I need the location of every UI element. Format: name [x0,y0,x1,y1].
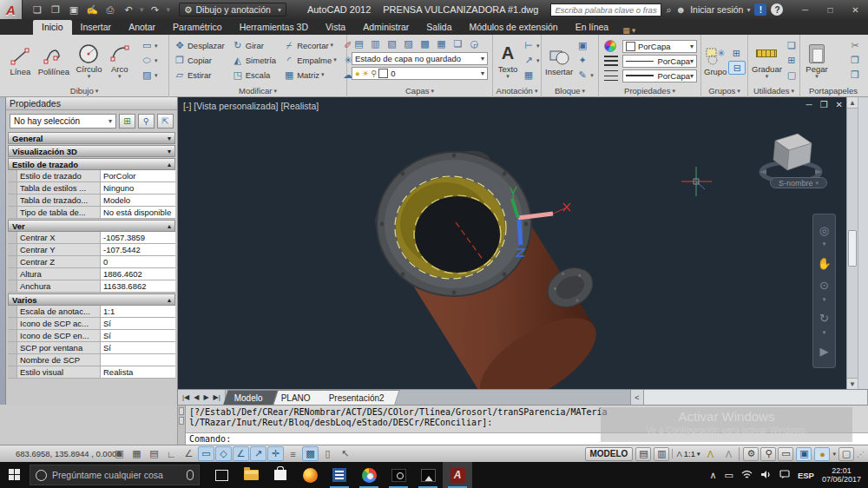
horizontal-scrollbar[interactable] [644,390,868,405]
doc-minimize-button[interactable]: ─ [806,100,812,109]
ribbon-tab-enlinea[interactable]: En línea [567,20,618,35]
property-row[interactable]: Altura1886.4602 [8,268,175,280]
infer-constraints-toggle[interactable]: ▣ [111,446,128,461]
cut-button[interactable]: ✂ [847,39,863,53]
object-snap-tracking-toggle[interactable]: ∠ [233,446,249,461]
array-button[interactable]: ▦Matriz▾ [281,68,339,82]
pan-hand-icon[interactable]: ✋ [817,257,831,270]
layout-tab-modelo[interactable]: Modelo [223,390,278,405]
section-header-varios[interactable]: Varios▴ [8,293,175,306]
clock[interactable]: 22:01 07/06/2017 [822,466,861,485]
arc-button[interactable]: Arco ▾ [108,43,131,79]
minimize-button[interactable]: ─ [792,1,818,18]
quick-select-palette-button[interactable]: ⚲ [138,114,155,129]
panel-title-anotacion[interactable]: Anotación [493,84,541,97]
property-row[interactable]: Escala de anotac...1:1 [8,306,175,318]
model-tab-icon[interactable]: ▤ [635,447,651,461]
multileader-button[interactable]: ↗▾ [521,54,542,68]
status-bulb-icon[interactable]: ● [814,447,830,461]
circle-button[interactable]: Círculo ▾ [76,43,102,79]
panel-title-modificar[interactable]: Modificar [169,84,346,97]
quick-calc-button[interactable]: ⊞ [784,54,799,68]
ribbon-tab-modulos[interactable]: Módulos de extensión [461,20,567,35]
language-indicator[interactable]: ESP [798,471,814,480]
speaker-icon[interactable] [760,470,772,481]
camera-button[interactable] [384,462,413,488]
property-row[interactable]: Icono de SCP ac...Sí [8,318,175,330]
clean-screen-button[interactable]: ▢ [838,447,854,461]
autocad-taskbar-button[interactable]: A [443,462,472,488]
maximize-button[interactable]: □ [818,1,843,18]
property-row[interactable]: Centrar Z0 [8,256,175,268]
doc-restore-button[interactable]: ❐ [820,100,828,109]
layer-unisolate-icon[interactable]: ▨ [401,37,416,50]
display-icon[interactable]: ▭ [725,470,733,481]
autocad-app-menu-button[interactable]: A [0,0,23,19]
undo-dropdown[interactable]: ▾ [140,5,144,14]
layout-tab-plano[interactable]: PLANO [270,390,326,405]
workspace-gear-icon[interactable]: ⚙ [743,447,759,461]
ribbon-tab-anotar[interactable]: Anotar [120,20,164,35]
select-objects-button[interactable]: ⇱ [157,114,174,129]
search-binoculars-icon[interactable]: ⌕ [666,4,671,16]
panel-title-propiedades[interactable]: Propiedades [599,84,700,97]
rotate-button[interactable]: ↻Girar [230,38,278,52]
section-header-estilo[interactable]: Estilo de trazado▴ [8,158,175,170]
layer-isolate-icon[interactable]: ▧ [385,37,399,50]
vertical-scroll-thumb[interactable] [848,230,857,267]
panel-title-utilidades[interactable]: Utilidades [748,84,799,97]
dimension-button[interactable]: ⊢▾ [521,39,542,53]
layer-combo[interactable]: ● ☀ ⚲ 0▾ [352,67,488,80]
layer-state-combo[interactable]: Estado de capa no guardado▾ [352,52,488,65]
table-button[interactable]: ▦ [521,69,542,82]
object-snap-toggle[interactable]: ▭ [198,446,214,461]
property-row[interactable]: Centrar X-1057.3859 [8,232,175,244]
task-view-button[interactable] [207,462,236,488]
orbit-icon[interactable]: ↻ [819,312,829,325]
new-file-button[interactable]: ❏ [30,3,45,16]
layer-states-icon[interactable]: ▥ [368,37,383,50]
plot-button[interactable]: ⎙ [102,3,118,16]
annotation-scale-button[interactable]: Λ1:1▾ [672,449,700,458]
ribbon-tab-vista[interactable]: Vista [317,20,354,35]
snap-mode-toggle[interactable]: ▦ [128,446,145,461]
viewport-vertical-scrollbar[interactable]: ▲ ▼ [846,97,858,389]
file-explorer-button[interactable] [236,462,266,488]
dynamic-ucs-toggle[interactable]: ↗ [250,446,266,461]
layer-match-icon[interactable]: ◶ [467,37,482,50]
rectangle-button[interactable]: ▭▾ [139,39,160,53]
lineweight-display-toggle[interactable]: ≡ [285,446,301,461]
firefox-button[interactable] [295,462,325,488]
save-button[interactable]: ▣ [66,3,82,16]
group-button[interactable]: ✳ Grupo [704,45,727,76]
coordinates-readout[interactable]: 683.6958, 135.8944 , 0.0000 [0,449,111,458]
ungroup-button[interactable]: ⊟ [728,61,746,75]
property-row[interactable]: Anchura11638.6862 [8,280,175,293]
last-tab-button[interactable]: ▶| [212,393,222,401]
ortho-mode-toggle[interactable]: ∟ [163,446,180,461]
linetype-list-button[interactable] [602,69,620,82]
cortana-search-box[interactable] [30,465,200,485]
layout-tab-icon[interactable]: ▥ [654,447,669,461]
group-edit-button[interactable]: ⊞ [728,46,746,60]
viewcube-scp-menu[interactable]: S-nombre [770,177,827,188]
layer-freeze-icon[interactable]: ▩ [418,37,432,50]
linetype-combo[interactable]: PorCapa▾ [622,55,697,68]
infocenter-search-input[interactable] [550,3,661,16]
ribbon-tab-salida[interactable]: Salida [418,20,460,35]
status-menu-arrow[interactable]: ▾ [832,451,836,458]
attributes-button[interactable]: ✎▾ [575,69,595,82]
hardware-acceleration-icon[interactable]: ▭ [778,447,793,461]
property-row[interactable]: SCP por ventanaSí [8,342,175,354]
hatch-button[interactable]: ▨▾ [139,69,160,82]
section-header-general[interactable]: General▾ [8,132,175,144]
drawing-viewport[interactable]: [-] [Vista personalizada] [Realista] ─ ❐… [178,97,846,389]
dynamic-input-toggle[interactable]: ✛ [267,446,284,461]
trim-button[interactable]: ⌿Recortar▾ [281,38,339,52]
ribbon-tab-administrar[interactable]: Administrar [354,20,418,35]
open-file-button[interactable]: ❐ [48,3,63,16]
isolate-objects-icon[interactable]: ▣ [796,447,812,461]
mirror-button[interactable]: ◭Simetría [230,53,278,67]
command-window[interactable]: [?/Establ/Def/CRear/RENombrar/ACT/DES/CO… [178,405,868,445]
property-row[interactable]: Tabla de trazado...Modelo [8,195,175,207]
